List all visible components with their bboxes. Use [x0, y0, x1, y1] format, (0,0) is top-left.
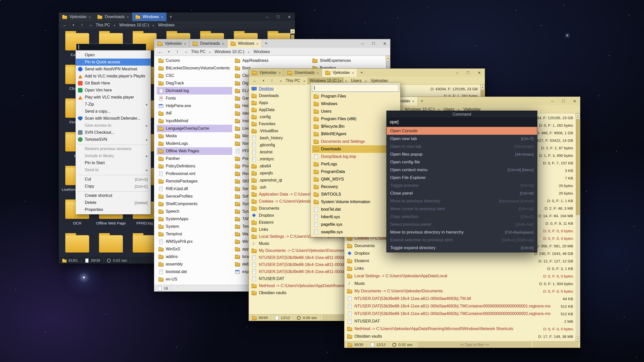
- command-item[interactable]: Open context menu [Ctrl+M] [Menu]: [387, 166, 537, 174]
- command-item[interactable]: Open in new tab [Ctrl+Enter]: [387, 143, 537, 150]
- back-icon[interactable]: [61, 22, 69, 28]
- file-row[interactable]: System: [157, 223, 232, 230]
- command-item[interactable]: Open new tab [Ctrl+T]: [387, 135, 537, 143]
- file-row[interactable]: addins: [157, 253, 232, 260]
- new-tab-button[interactable]: [167, 13, 175, 21]
- titlebar[interactable]: Vjekoslav Downloads Vjekoslav: [249, 69, 485, 77]
- file-row[interactable]: Eksterni D: 12, F: 127, 12 GB: [344, 257, 576, 265]
- breadcrumb-label[interactable]: This PC: [94, 22, 112, 28]
- file-row[interactable]: bootstat.dat: [157, 268, 232, 276]
- file-row[interactable]: assembly: [157, 260, 232, 268]
- file-row[interactable]: ShellExperiences: [311, 57, 386, 64]
- context-menu-item[interactable]: Git Bash Here: [76, 80, 151, 87]
- context-menu-item[interactable]: Open: [76, 52, 151, 59]
- file-row[interactable]: ServiceProfiles: [157, 193, 232, 200]
- titlebar-drag-area[interactable]: [270, 39, 357, 48]
- titlebar[interactable]: Vjekoslav Downloads Windows: [154, 39, 390, 48]
- file-row[interactable]: AppReadiness: [233, 57, 309, 64]
- rename-input[interactable]: [76, 44, 146, 50]
- folder-item[interactable]: [94, 233, 128, 257]
- drive-item[interactable]: Windows: [312, 100, 399, 108]
- titlebar[interactable]: Vjekoslav Downloads Windows: [59, 13, 295, 21]
- file-row[interactable]: Cursors: [157, 57, 232, 64]
- breadcrumb-segment[interactable]: Windows: [150, 22, 176, 28]
- context-menu-item[interactable]: Pin to Quick access: [76, 59, 151, 66]
- command-item[interactable]: Move to previous directory [Backspace] […: [387, 197, 537, 205]
- context-menu-item[interactable]: Pin to Start: [76, 159, 151, 166]
- new-tab-button[interactable]: [262, 39, 270, 48]
- close-button[interactable]: [379, 39, 390, 48]
- file-row[interactable]: INF: [157, 110, 232, 117]
- file-row[interactable]: Music D: 0, F: 1, 504 bytes: [344, 280, 576, 287]
- breadcrumb-segment[interactable]: This PC: [278, 78, 301, 83]
- drive-item[interactable]: Documents and Settings: [312, 138, 399, 145]
- context-menu-item[interactable]: Restore previous versions: [76, 145, 151, 152]
- up-icon[interactable]: [173, 49, 181, 55]
- drive-item[interactable]: Downloads: [312, 145, 399, 153]
- tab-close-icon[interactable]: [127, 15, 129, 19]
- minimize-button[interactable]: [357, 39, 368, 48]
- up-icon[interactable]: [268, 77, 276, 84]
- file-row[interactable]: WinSxS: [157, 245, 232, 253]
- tab-close-icon[interactable]: [161, 15, 163, 19]
- context-menu-item[interactable]: Add to VLC media player's Playlist: [76, 73, 151, 80]
- context-menu-item[interactable]: Open Vim here: [76, 87, 151, 94]
- file-row[interactable]: Speech: [157, 208, 232, 215]
- back-icon[interactable]: [251, 77, 259, 84]
- drive-item[interactable]: $WinREAgent: [312, 130, 399, 138]
- file-row[interactable]: NetHood -> C:\Users\Vjekoslav\AppData\Ro…: [344, 325, 576, 333]
- file-row[interactable]: PolicyDefinitions: [157, 162, 232, 170]
- file-row[interactable]: LanguageOverlayCache: [157, 125, 232, 132]
- back-icon[interactable]: [156, 49, 164, 55]
- drive-item[interactable]: pagefile.sys: [312, 221, 399, 228]
- context-menu-item[interactable]: Play with VLC media player: [76, 94, 151, 101]
- tab[interactable]: Windows: [227, 39, 262, 48]
- command-item[interactable]: Move cursor to previous item [Ctrl+Up]: [387, 205, 537, 213]
- context-menu-item[interactable]: 7-Zip: [76, 101, 151, 108]
- breadcrumb-segment[interactable]: This PC: [183, 49, 207, 55]
- breadcrumb-label[interactable]: Windows 10 (C:): [118, 22, 150, 28]
- file-row[interactable]: CSC: [157, 72, 232, 79]
- filter-input[interactable]: >> Type to filter <<: [418, 342, 531, 347]
- context-menu-item[interactable]: TortoiseSVN: [76, 136, 151, 143]
- file-row[interactable]: Offline Web Pages: [157, 147, 232, 155]
- tab[interactable]: Downloads: [284, 69, 322, 77]
- close-button[interactable]: [284, 13, 295, 21]
- file-row[interactable]: Local Settings -> C:\Users\Vjekoslav\App…: [344, 272, 576, 280]
- breadcrumb-label[interactable]: This PC: [284, 78, 302, 83]
- maximize-button[interactable]: [273, 13, 284, 21]
- command-item[interactable]: Open File Explorer: [387, 174, 537, 182]
- command-item[interactable]: Copy selection [Ctrl+C]: [387, 213, 537, 220]
- file-row[interactable]: SystemApps: [157, 215, 232, 223]
- command-item[interactable]: Extend selection to previous item [Shift…: [387, 236, 537, 244]
- scroll-down-icon[interactable]: [576, 337, 580, 341]
- drive-item[interactable]: $Recycle.Bin: [312, 123, 399, 130]
- maximize-button[interactable]: [463, 69, 474, 77]
- context-menu-item[interactable]: [76, 173, 151, 176]
- command-item[interactable]: Close panel [Ctrl+W]: [387, 189, 537, 197]
- scroll-up-icon[interactable]: [386, 56, 390, 60]
- file-row[interactable]: en-US: [157, 276, 232, 283]
- drive-item[interactable]: DumpStack.log.tmp: [312, 153, 399, 160]
- context-menu-item[interactable]: Send with NordVPN Meshnet: [76, 66, 151, 73]
- drive-item[interactable]: System Volume Information: [312, 198, 399, 206]
- breadcrumb-segment[interactable]: Windows: [246, 49, 271, 55]
- drive-item[interactable]: ProgramData: [312, 168, 399, 175]
- file-row[interactable]: NTUSER.DAT{53b39e88-18c4-11ea-a811-000d3…: [344, 295, 576, 302]
- titlebar-drag-area[interactable]: [426, 97, 547, 105]
- file-row[interactable]: ModemLogs: [157, 140, 232, 147]
- context-menu-item[interactable]: Properties: [76, 206, 151, 213]
- breadcrumb-segment[interactable]: Windows 10 (C:): [207, 49, 246, 55]
- command-item[interactable]: Select previous panel [Shift+Tab]: [387, 220, 537, 228]
- command-item[interactable]: Open config file: [387, 158, 537, 166]
- scroll-up-icon[interactable]: [480, 85, 485, 89]
- tab-close-icon[interactable]: [352, 71, 354, 75]
- breadcrumb-label[interactable]: This PC: [190, 49, 207, 55]
- file-row[interactable]: NTUSER.DAT 2 MB: [344, 318, 576, 325]
- breadcrumb-segment[interactable]: Windows 10 (C:): [111, 22, 150, 28]
- minimize-button[interactable]: [452, 69, 463, 77]
- history-dropdown-icon[interactable]: [165, 49, 173, 55]
- file-row[interactable]: TempInst: [157, 230, 232, 238]
- command-item[interactable]: Toggle expand directory [Ctrl+B]: [387, 244, 537, 252]
- drive-item[interactable]: Program Files (x86): [312, 115, 399, 123]
